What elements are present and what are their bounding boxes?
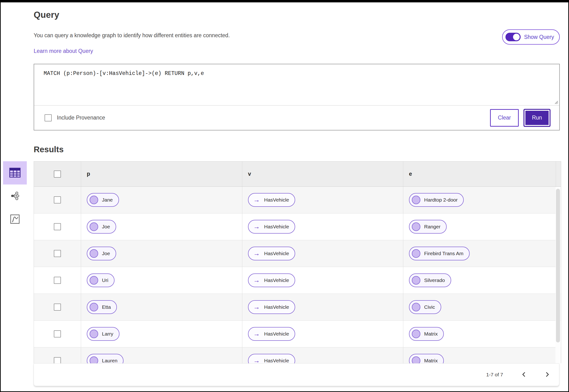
results-title: Results (34, 145, 568, 154)
entity-chip[interactable]: Firebird Trans Am (409, 247, 470, 260)
chip-label: Firebird Trans Am (424, 251, 463, 256)
next-page-button[interactable] (545, 372, 550, 378)
entity-node-icon (412, 276, 420, 285)
e-cell: Firebird Trans Am (403, 240, 556, 267)
entity-chip[interactable]: Jane (87, 193, 119, 207)
chevron-left-icon (522, 372, 526, 378)
chip-label: Joe (102, 251, 110, 256)
edge-chip[interactable]: →HasVehicle (248, 193, 295, 207)
row-check-cell (34, 213, 81, 240)
resize-handle-icon[interactable] (554, 100, 558, 104)
chip-label: HasVehicle (264, 197, 289, 203)
chip-label: Uri (102, 278, 108, 283)
query-editor[interactable]: MATCH (p:Person)-[v:HasVehicle]->(e) RET… (34, 64, 559, 106)
table-scrollbar[interactable] (555, 187, 561, 363)
entity-node-icon (412, 303, 420, 311)
row-checkbox[interactable] (54, 330, 61, 337)
edge-chip[interactable]: →HasVehicle (248, 273, 295, 287)
prev-page-button[interactable] (522, 372, 526, 378)
row-check-cell (34, 321, 81, 347)
entity-chip[interactable]: Joe (87, 247, 116, 260)
view-tab-chart[interactable] (3, 208, 27, 231)
entity-node-icon (412, 330, 420, 338)
p-cell: Joe (81, 240, 242, 267)
chip-label: Silverado (424, 278, 445, 283)
edge-arrow-icon: → (253, 331, 260, 337)
include-provenance-option[interactable]: Include Provenance (44, 114, 105, 121)
entity-chip[interactable]: Larry (87, 327, 120, 341)
graph-view-icon (10, 191, 19, 201)
entity-chip[interactable]: Matrix (409, 327, 444, 341)
select-all-checkbox[interactable] (54, 170, 61, 178)
column-header-e[interactable]: e (403, 162, 556, 186)
entity-chip[interactable]: Ranger (409, 220, 447, 234)
edge-chip[interactable]: →HasVehicle (248, 247, 295, 260)
entity-node-icon (90, 196, 98, 204)
toggle-switch-icon[interactable] (505, 33, 521, 41)
learn-more-link[interactable]: Learn more about Query (34, 48, 93, 54)
entity-chip[interactable]: Matrix (409, 354, 444, 363)
entity-chip[interactable]: Lauren (87, 354, 124, 363)
show-query-toggle[interactable]: Show Query (502, 29, 560, 45)
row-checkbox[interactable] (54, 357, 61, 363)
entity-node-icon (90, 276, 98, 285)
entity-chip[interactable]: Joe (87, 220, 116, 234)
edge-chip[interactable]: →HasVehicle (248, 220, 295, 234)
run-button[interactable]: Run (525, 110, 550, 126)
include-provenance-checkbox[interactable] (44, 114, 52, 121)
row-checkbox[interactable] (54, 304, 61, 311)
edge-arrow-icon: → (253, 304, 260, 310)
chevron-right-icon (545, 372, 550, 378)
chip-label: Matrix (424, 358, 438, 363)
column-header-v[interactable]: v (242, 162, 403, 186)
query-text[interactable]: MATCH (p:Person)-[v:HasVehicle]->(e) RET… (44, 70, 204, 77)
entity-chip[interactable]: Hardtop 2-door (409, 193, 464, 207)
e-cell: Civic (403, 294, 556, 320)
results-view-rail (3, 161, 27, 231)
entity-node-icon (90, 356, 98, 363)
edge-arrow-icon: → (253, 277, 260, 284)
chip-label: HasVehicle (264, 331, 289, 337)
results-section: p v e Jane→HasVehicleHardtop 2-doorJoe→H… (1, 161, 568, 386)
row-check-cell (34, 294, 81, 320)
scrollbar-thumb[interactable] (556, 189, 560, 342)
table-row: Jane→HasVehicleHardtop 2-door (34, 187, 561, 213)
table-header-row: p v e (34, 162, 561, 187)
chip-label: Joe (102, 224, 110, 230)
column-header-p[interactable]: p (81, 162, 242, 186)
e-cell: Matrix (403, 347, 556, 363)
table-row: Joe→HasVehicleRanger (34, 213, 561, 240)
view-tab-table[interactable] (3, 161, 27, 184)
table-row: Etta→HasVehicleCivic (34, 294, 561, 321)
page-title: Query (34, 10, 560, 20)
e-cell: Silverado (403, 267, 556, 294)
entity-chip[interactable]: Uri (87, 273, 114, 287)
e-cell: Matrix (403, 321, 556, 347)
query-footer: Include Provenance Clear Run (34, 106, 559, 130)
entity-chip[interactable]: Civic (409, 300, 441, 314)
header-pad-cell (556, 162, 561, 186)
view-tab-graph[interactable] (3, 184, 27, 208)
chip-label: Hardtop 2-door (424, 197, 458, 203)
p-cell: Joe (81, 213, 242, 240)
edge-chip[interactable]: →HasVehicle (248, 354, 295, 363)
description-row: You can query a knowledge graph to ident… (34, 29, 560, 45)
row-checkbox[interactable] (54, 223, 61, 230)
entity-chip[interactable]: Etta (87, 300, 117, 314)
row-checkbox[interactable] (54, 250, 61, 257)
row-checkbox[interactable] (54, 277, 61, 284)
clear-button[interactable]: Clear (490, 109, 519, 127)
toggle-knob (513, 34, 520, 40)
edge-chip[interactable]: →HasVehicle (248, 327, 295, 341)
entity-node-icon (90, 303, 98, 311)
query-description: You can query a knowledge graph to ident… (34, 29, 230, 39)
app-window: Query You can query a knowledge graph to… (0, 0, 569, 392)
v-cell: →HasVehicle (242, 240, 403, 267)
row-checkbox[interactable] (54, 196, 61, 203)
edge-arrow-icon: → (253, 196, 260, 203)
edge-arrow-icon: → (253, 250, 260, 257)
entity-chip[interactable]: Silverado (409, 273, 451, 287)
edge-chip[interactable]: →HasVehicle (248, 300, 295, 314)
row-check-cell (34, 347, 81, 363)
chip-label: Civic (424, 304, 435, 310)
